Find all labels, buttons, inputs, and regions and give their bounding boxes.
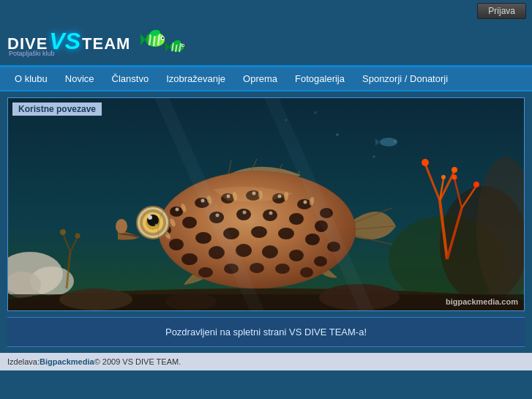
svg-point-80: [262, 245, 278, 258]
logo-team: TEAM: [82, 36, 130, 52]
footer-suffix: © 2009 VS DIVE TEAM.: [94, 357, 181, 366]
header: DIVE VS TEAM Potapljaški klub: [0, 22, 532, 67]
svg-point-123: [372, 155, 375, 158]
svg-marker-13: [165, 42, 170, 51]
svg-point-39: [165, 293, 217, 310]
svg-point-82: [314, 256, 327, 266]
main-content: Koristne povezave: [0, 92, 532, 353]
logo-fish: [139, 26, 190, 59]
svg-point-121: [336, 133, 339, 136]
svg-point-124: [314, 111, 317, 114]
svg-point-113: [116, 219, 127, 234]
svg-point-7: [162, 37, 164, 39]
svg-point-66: [236, 209, 251, 220]
svg-point-93: [304, 201, 307, 204]
svg-point-45: [75, 234, 80, 239]
svg-point-122: [285, 119, 288, 122]
nav-item-o-klubu[interactable]: O klubu: [6, 67, 56, 90]
nav-item-izobrazevanje[interactable]: Izobraževanje: [157, 67, 234, 90]
svg-point-31: [452, 175, 457, 180]
svg-point-70: [169, 239, 184, 250]
image-caption: Koristne povezave: [12, 102, 102, 116]
nav-item-oprema[interactable]: Oprema: [234, 67, 286, 90]
logo-vs: VS: [49, 29, 80, 53]
fish-icon: [139, 26, 190, 59]
underwater-scene: [8, 98, 525, 310]
svg-point-83: [198, 267, 213, 277]
svg-point-38: [59, 288, 132, 310]
svg-point-94: [243, 211, 247, 215]
svg-point-110: [148, 215, 152, 220]
svg-point-29: [452, 167, 457, 173]
nav: O klubu Novice Članstvo Izobraževanje Op…: [0, 67, 532, 92]
nav-item-novice[interactable]: Novice: [56, 67, 103, 90]
bottom-footer: Izdelava: Bigpackmedia © 2009 VS DIVE TE…: [0, 353, 532, 370]
top-bar: Prijava: [0, 0, 532, 22]
svg-point-96: [269, 212, 273, 215]
login-button[interactable]: Prijava: [477, 3, 526, 19]
nav-item-fotogalerija[interactable]: Fotogalerija: [286, 67, 353, 90]
svg-point-67: [263, 209, 277, 221]
image-container: Koristne povezave: [7, 97, 525, 311]
svg-point-87: [300, 267, 313, 277]
svg-point-15: [183, 45, 184, 46]
svg-point-88: [176, 208, 179, 212]
svg-point-44: [60, 229, 66, 235]
svg-marker-5: [141, 34, 146, 45]
svg-point-120: [394, 141, 396, 142]
svg-point-85: [250, 263, 264, 273]
svg-point-30: [441, 175, 446, 179]
svg-point-64: [182, 217, 197, 228]
nav-item-clanstvo[interactable]: Članstvo: [103, 67, 158, 90]
svg-point-86: [275, 264, 290, 274]
footer-prefix: Izdelava:: [7, 357, 40, 366]
footer-maker-link[interactable]: Bigpackmedia: [40, 357, 94, 366]
footer-message: Pozdravljeni na spletni strani VS DIVE T…: [7, 317, 525, 347]
svg-point-74: [278, 228, 294, 239]
svg-point-77: [181, 253, 198, 265]
svg-point-68: [289, 213, 304, 225]
svg-point-32: [473, 182, 479, 187]
logo-area: DIVE VS TEAM Potapljaški klub: [7, 29, 130, 57]
watermark: bigpackmedia.com: [446, 297, 518, 306]
nav-item-sponzorji[interactable]: Sponzorji / Donatorji: [353, 67, 457, 90]
logo-text: DIVE VS TEAM Potapljaški klub: [7, 29, 130, 57]
svg-point-71: [195, 232, 211, 244]
svg-point-111: [155, 224, 157, 226]
svg-point-73: [251, 226, 267, 238]
svg-point-28: [422, 159, 429, 166]
svg-point-75: [305, 234, 320, 245]
svg-point-81: [289, 250, 304, 261]
